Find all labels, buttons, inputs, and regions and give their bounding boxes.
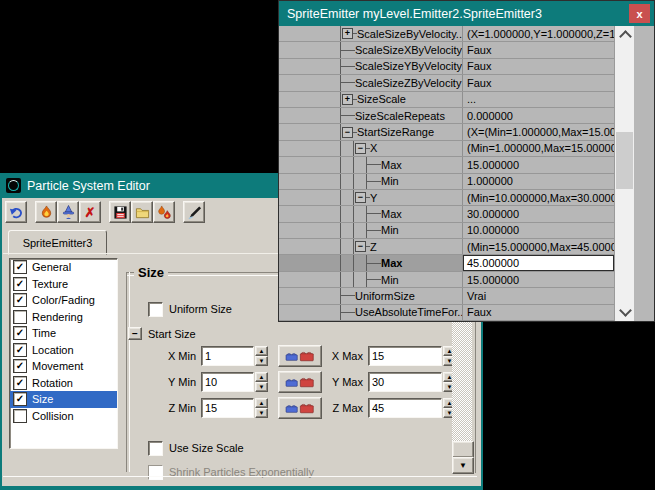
category-checkbox[interactable] <box>13 409 27 423</box>
category-checkbox[interactable]: ✓ <box>13 277 27 291</box>
scroll-down-icon[interactable] <box>619 304 632 317</box>
category-checkbox[interactable]: ✓ <box>13 392 27 406</box>
category-item-location[interactable]: ✓Location <box>10 342 117 359</box>
property-value-cell[interactable]: (Min=10.000000,Max=30.000000) <box>463 190 614 205</box>
property-value-cell[interactable]: ... <box>463 92 614 107</box>
property-value-cell[interactable]: 45.000000 <box>463 255 614 270</box>
property-value-cell[interactable]: (Min=15.000000,Max=45.000000) <box>463 239 614 254</box>
spin-down-button[interactable]: ▼ <box>255 382 268 392</box>
use-size-scale-checkbox[interactable] <box>148 441 163 456</box>
property-row[interactable]: ScaleSizeZByVelocityFaux <box>279 75 614 91</box>
spinner[interactable]: ▲▼ <box>255 346 268 366</box>
spinner[interactable]: ▲▼ <box>255 398 268 418</box>
min-field-input[interactable]: 1 <box>201 346 254 366</box>
spin-down-button[interactable]: ▼ <box>255 408 268 418</box>
max-field-input[interactable]: 15 <box>368 346 442 366</box>
property-value-cell[interactable]: Faux <box>463 59 614 74</box>
pen-icon[interactable] <box>183 201 205 223</box>
property-row[interactable]: Max45.000000 <box>279 255 614 271</box>
collapse-icon[interactable]: − <box>342 127 353 138</box>
property-row[interactable]: −StartSizeRange(X=(Min=1.000000,Max=15.0… <box>279 124 614 140</box>
property-value-cell[interactable]: 10.000000 <box>463 223 614 238</box>
expand-icon[interactable]: + <box>342 94 353 105</box>
property-row[interactable]: SizeScaleRepeats0.000000 <box>279 108 614 124</box>
uniform-size-checkbox[interactable] <box>148 302 163 317</box>
spin-down-button[interactable]: ▼ <box>255 356 268 366</box>
flame-icon[interactable] <box>35 201 57 223</box>
property-row[interactable]: −X(Min=1.000000,Max=15.000000) <box>279 141 614 157</box>
category-checkbox[interactable]: ✓ <box>13 260 27 274</box>
open-folder-icon[interactable] <box>131 201 153 223</box>
category-checkbox[interactable]: ✓ <box>13 359 27 373</box>
property-value-cell[interactable]: 0.000000 <box>463 108 614 123</box>
property-row[interactable]: ScaleSizeYByVelocityFaux <box>279 59 614 75</box>
spin-up-button[interactable]: ▲ <box>255 398 268 408</box>
category-item-size[interactable]: ✓Size <box>10 391 117 408</box>
property-value-cell[interactable]: Vrai <box>463 288 614 303</box>
property-row[interactable]: Min10.000000 <box>279 223 614 239</box>
spin-up-button[interactable]: ▲ <box>255 346 268 356</box>
start-size-collapse-button[interactable]: − <box>128 327 142 340</box>
category-checkbox[interactable]: ✓ <box>13 376 27 390</box>
category-item-movement[interactable]: ✓Movement <box>10 358 117 375</box>
property-value-cell[interactable]: 15.000000 <box>463 272 614 287</box>
category-item-time[interactable]: ✓Time <box>10 325 117 342</box>
property-value-cell[interactable]: 15.000000 <box>463 157 614 172</box>
spin-up-button[interactable]: ▲ <box>255 372 268 382</box>
category-item-color-fading[interactable]: ✓Color/Fading <box>10 292 117 309</box>
category-checkbox[interactable]: ✓ <box>13 326 27 340</box>
category-item-rotation[interactable]: ✓Rotation <box>10 375 117 392</box>
collapse-icon[interactable]: − <box>355 192 366 203</box>
spinner[interactable]: ▲▼ <box>255 372 268 392</box>
category-checkbox[interactable]: ✓ <box>13 293 27 307</box>
property-row[interactable]: ScaleSizeXByVelocityFaux <box>279 42 614 58</box>
property-value-editor[interactable]: 45.000000 <box>463 255 614 270</box>
delete-cross-icon[interactable]: ✗ <box>79 201 101 223</box>
property-value-cell[interactable]: Faux <box>463 75 614 90</box>
property-row[interactable]: −Z(Min=15.000000,Max=45.000000) <box>279 239 614 255</box>
editor-scrollbar-thumb[interactable] <box>452 441 474 458</box>
expand-icon[interactable]: + <box>342 28 353 39</box>
category-list[interactable]: ✓General✓Texture✓Color/FadingRendering✓T… <box>9 258 118 449</box>
tab-spriteemitter3[interactable]: SpriteEmitter3 <box>8 230 107 255</box>
lego-color-button[interactable] <box>278 397 322 419</box>
editor-scroll-down-button[interactable]: ▼ <box>452 457 474 474</box>
property-row[interactable]: UseAbsoluteTimeFor...Faux <box>279 305 614 321</box>
property-value-cell[interactable]: 1.000000 <box>463 174 614 189</box>
property-value-cell[interactable]: Faux <box>463 305 614 320</box>
max-field-input[interactable]: 45 <box>368 398 442 418</box>
collapse-icon[interactable]: − <box>355 143 366 154</box>
property-value-cell[interactable]: 30.000000 <box>463 206 614 221</box>
property-row[interactable]: −Y(Min=10.000000,Max=30.000000) <box>279 190 614 206</box>
min-field-input[interactable]: 10 <box>201 372 254 392</box>
lego-color-button[interactable] <box>278 371 322 393</box>
property-scrollbar-thumb[interactable] <box>616 132 633 189</box>
property-row[interactable]: +ScaleSizeByVelocity...(X=1.000000,Y=1.0… <box>279 26 614 42</box>
category-checkbox[interactable]: ✓ <box>13 343 27 357</box>
property-titlebar[interactable]: SpriteEmitter myLevel.Emitter2.SpriteEmi… <box>279 1 654 26</box>
category-item-general[interactable]: ✓General <box>10 259 117 276</box>
flames-icon[interactable] <box>153 201 175 223</box>
lego-color-button[interactable] <box>278 345 322 367</box>
category-item-rendering[interactable]: Rendering <box>10 309 117 326</box>
property-value-cell[interactable]: (X=1.000000,Y=1.000000,Z=1.0... <box>463 26 614 41</box>
min-field-input[interactable]: 15 <box>201 398 254 418</box>
max-field-input[interactable]: 30 <box>368 372 442 392</box>
scroll-up-icon[interactable] <box>619 30 632 43</box>
close-icon[interactable]: x <box>629 4 650 23</box>
undo-icon[interactable] <box>5 201 27 223</box>
property-scrollbar[interactable] <box>614 26 634 321</box>
save-icon[interactable] <box>109 201 131 223</box>
property-row[interactable]: Min15.000000 <box>279 272 614 288</box>
property-row[interactable]: Max15.000000 <box>279 157 614 173</box>
property-row[interactable]: Max30.000000 <box>279 206 614 222</box>
property-row[interactable]: +SizeScale... <box>279 92 614 108</box>
property-row[interactable]: Min1.000000 <box>279 174 614 190</box>
property-row[interactable]: UniformSizeVrai <box>279 288 614 304</box>
property-value-cell[interactable]: Faux <box>463 42 614 57</box>
category-item-texture[interactable]: ✓Texture <box>10 276 117 293</box>
category-checkbox[interactable] <box>13 310 27 324</box>
wizard-icon[interactable] <box>57 201 79 223</box>
collapse-icon[interactable]: − <box>355 241 366 252</box>
property-value-cell[interactable]: (Min=1.000000,Max=15.000000) <box>463 141 614 156</box>
